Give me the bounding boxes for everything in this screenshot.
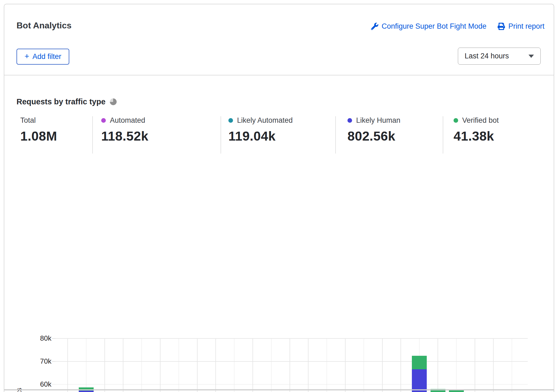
stat-value: 119.04k	[228, 129, 293, 144]
y-tick-mark	[52, 338, 55, 339]
bar-hour-3[interactable]	[116, 338, 131, 392]
bar-hour-1[interactable]	[79, 338, 94, 392]
bar-hour-22[interactable]	[467, 338, 482, 392]
print-report-link[interactable]: Print report	[498, 22, 544, 31]
bar-hour-2[interactable]	[97, 338, 112, 392]
bar-segment-likely-human	[412, 369, 427, 392]
bar-hour-10[interactable]	[245, 338, 260, 392]
stat-value: 1.08M	[20, 129, 57, 144]
section-title-row: Requests by traffic type	[17, 97, 117, 106]
y-tick-label: 80k	[27, 334, 51, 343]
configure-super-bot-fight-mode-link[interactable]: Configure Super Bot Fight Mode	[371, 22, 486, 31]
bar-segment-likely-human	[79, 391, 94, 392]
traffic-type-stats: Total1.08MAutomated118.52kLikely Automat…	[0, 116, 558, 154]
bar-hour-20[interactable]	[431, 338, 445, 392]
bar-hour-6[interactable]	[171, 338, 186, 392]
legend-dot-icon	[454, 118, 458, 123]
stat-divider	[221, 116, 221, 154]
stat-label: Total	[20, 116, 36, 125]
bar-hour-18[interactable]	[393, 338, 408, 392]
stat-label: Automated	[110, 116, 145, 125]
stat-automated: Automated118.52k	[101, 116, 148, 144]
bar-hour-24[interactable]	[504, 338, 519, 392]
stat-value: 802.56k	[347, 129, 401, 144]
plus-icon: +	[24, 52, 29, 61]
printer-icon	[498, 23, 505, 30]
time-range-value: Last 24 hours	[465, 52, 509, 60]
time-range-select[interactable]: Last 24 hours	[458, 48, 541, 65]
bar-hour-11[interactable]	[264, 338, 279, 392]
legend-dot-icon	[228, 118, 233, 123]
pie-chart-icon	[110, 98, 117, 105]
y-tick-mark	[52, 384, 55, 385]
stat-divider	[443, 116, 443, 154]
bar-hour-0[interactable]	[60, 338, 75, 392]
add-filter-label: Add filter	[32, 52, 61, 61]
bar-hour-9[interactable]	[227, 338, 242, 392]
section-title: Requests by traffic type	[17, 97, 106, 106]
stat-label: Verified bot	[462, 116, 499, 125]
y-tick-label: 60k	[27, 380, 51, 388]
bar-hour-19[interactable]	[412, 338, 427, 392]
card-bottom-rule	[4, 389, 554, 390]
y-tick-label: 70k	[27, 357, 51, 366]
stat-likely-automated: Likely Automated119.04k	[228, 116, 293, 144]
bar-hour-5[interactable]	[153, 338, 168, 392]
legend-dot-icon	[347, 118, 352, 123]
stat-total: Total1.08M	[20, 116, 57, 144]
chevron-down-icon	[529, 55, 534, 58]
stat-divider	[335, 116, 336, 154]
bar-segment-verified-bot	[412, 356, 427, 369]
bar-hour-16[interactable]	[356, 338, 371, 392]
wrench-icon	[371, 23, 378, 30]
stat-label: Likely Human	[356, 116, 401, 125]
bar-segment-verified-bot	[449, 390, 464, 392]
bar-hour-15[interactable]	[338, 338, 353, 392]
header-divider	[4, 75, 554, 75]
bar-hour-12[interactable]	[282, 338, 297, 392]
bar-hour-21[interactable]	[449, 338, 464, 392]
requests-chart: Requests 010k20k30k40k50k60k70k80k 11:00…	[0, 162, 558, 389]
bar-hour-7[interactable]	[190, 338, 205, 392]
legend-dot-icon	[101, 118, 106, 123]
stat-likely-human: Likely Human802.56k	[347, 116, 401, 144]
bar-hour-13[interactable]	[301, 338, 316, 392]
header-actions: Configure Super Bot Fight Mode Print rep…	[371, 22, 544, 31]
stat-value: 41.38k	[454, 129, 499, 144]
stat-verified-bot: Verified bot41.38k	[454, 116, 499, 144]
page-title: Bot Analytics	[17, 21, 71, 31]
y-tick-mark	[52, 361, 55, 362]
bar-hour-17[interactable]	[375, 338, 390, 392]
bar-hour-23[interactable]	[486, 338, 501, 392]
bot-analytics-page: Bot Analytics Configure Super Bot Fight …	[0, 0, 558, 392]
add-filter-button[interactable]: + Add filter	[17, 49, 69, 65]
bar-hour-4[interactable]	[134, 338, 149, 392]
stat-divider	[92, 116, 93, 154]
bar-hour-8[interactable]	[208, 338, 223, 392]
chart-plot-area[interactable]: 11:00 AM3:00 PM7:00 PM11:00 PM3:00 AM7:0…	[55, 338, 528, 392]
stat-label: Likely Automated	[237, 116, 293, 125]
configure-link-label: Configure Super Bot Fight Mode	[382, 22, 486, 31]
stat-value: 118.52k	[101, 129, 148, 144]
bar-hour-14[interactable]	[319, 338, 334, 392]
print-link-label: Print report	[508, 22, 544, 31]
